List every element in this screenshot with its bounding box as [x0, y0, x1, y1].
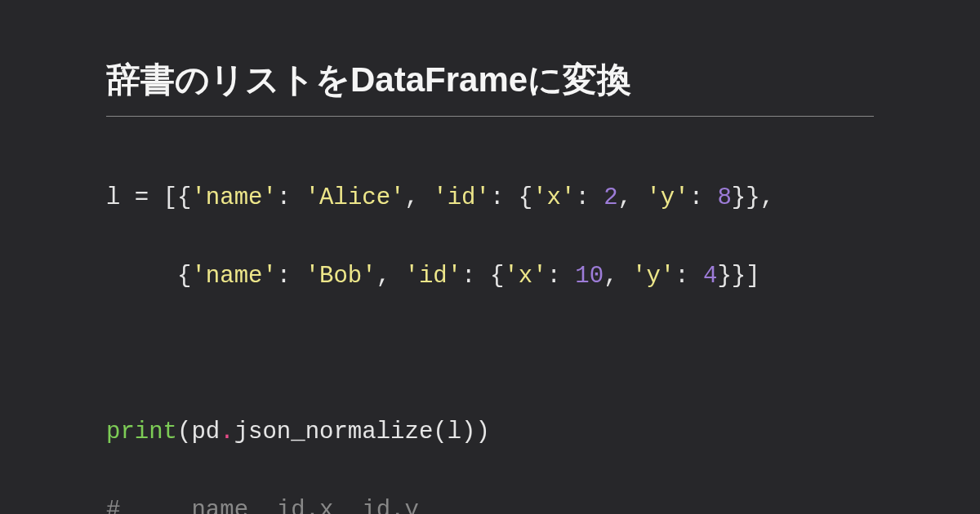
- colon: :: [575, 184, 604, 211]
- colon: :: [490, 184, 519, 211]
- number-literal: 4: [703, 263, 717, 290]
- comma: ,: [376, 263, 405, 290]
- string-literal: 'x': [504, 263, 546, 290]
- page-title: 辞書のリストをDataFrameに変換: [106, 57, 874, 117]
- code-line-3: print(pd.json_normalize(l)): [106, 413, 874, 452]
- colon: :: [689, 184, 718, 211]
- number-literal: 2: [604, 184, 617, 211]
- paren: (: [177, 419, 191, 445]
- dot-operator: .: [220, 419, 234, 445]
- comma: ,: [405, 184, 434, 211]
- string-literal: 'Bob': [305, 263, 376, 290]
- variable-name: l: [106, 184, 120, 211]
- code-blank-line: [106, 335, 874, 374]
- output-comment-header: # name id.x id.y: [106, 491, 874, 514]
- code-line-1: l = [{'name': 'Alice', 'id': {'x': 2, 'y…: [106, 179, 874, 218]
- string-literal: 'name': [191, 263, 276, 290]
- colon: :: [461, 263, 490, 290]
- string-literal: 'y': [646, 184, 688, 211]
- module-name: pd: [191, 419, 220, 445]
- method-name: json_normalize: [234, 419, 434, 445]
- assign-operator: =: [120, 184, 163, 211]
- colon: :: [675, 263, 703, 290]
- string-literal: 'id': [404, 263, 461, 290]
- argument: l: [448, 419, 461, 445]
- bracket: {: [177, 263, 191, 290]
- paren: (: [433, 419, 447, 445]
- indent: [106, 263, 177, 290]
- comma: ,: [604, 263, 632, 290]
- bracket: [{: [163, 184, 192, 211]
- string-literal: 'y': [632, 263, 675, 290]
- colon: :: [277, 184, 305, 211]
- colon: :: [547, 263, 576, 290]
- colon: :: [277, 263, 305, 290]
- paren: )): [461, 419, 490, 445]
- string-literal: 'name': [191, 184, 276, 211]
- bracket: {: [490, 263, 504, 290]
- function-call: print: [106, 419, 177, 445]
- bracket: {: [519, 184, 532, 211]
- code-block: l = [{'name': 'Alice', 'id': {'x': 2, 'y…: [106, 140, 874, 514]
- bracket: }},: [732, 184, 774, 211]
- number-literal: 8: [717, 184, 731, 211]
- code-line-2: {'name': 'Bob', 'id': {'x': 10, 'y': 4}}…: [106, 257, 874, 296]
- string-literal: 'id': [433, 184, 490, 211]
- bracket: }}]: [717, 263, 760, 290]
- string-literal: 'Alice': [305, 184, 405, 211]
- number-literal: 10: [575, 263, 604, 290]
- comma: ,: [618, 184, 647, 211]
- string-literal: 'x': [532, 184, 575, 211]
